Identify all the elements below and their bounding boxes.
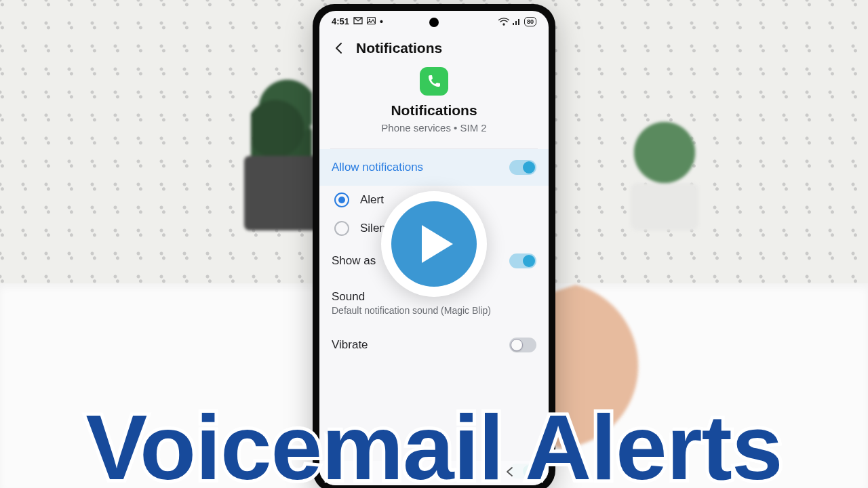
status-time: 4:51 xyxy=(332,16,349,26)
app-subtitle: Phone services • SIM 2 xyxy=(319,122,549,134)
show-as-label: Show as xyxy=(332,254,376,268)
app-title: Notifications xyxy=(319,102,549,119)
sound-label: Sound xyxy=(332,290,491,304)
play-icon xyxy=(391,201,477,287)
vibrate-toggle[interactable] xyxy=(509,338,536,352)
plant-right xyxy=(617,108,712,230)
svg-rect-0 xyxy=(368,18,376,24)
sound-value: Default notification sound (Magic Blip) xyxy=(332,305,491,316)
allow-notifications-row[interactable]: Allow notifications xyxy=(319,149,549,186)
wifi-icon xyxy=(498,18,509,26)
signal-icon xyxy=(512,18,521,26)
alert-radio-label: Alert xyxy=(360,193,384,207)
silent-radio[interactable] xyxy=(334,221,349,236)
battery-indicator: 80 xyxy=(524,17,536,26)
vibrate-label: Vibrate xyxy=(332,338,368,352)
vibrate-row[interactable]: Vibrate xyxy=(319,327,549,363)
back-button[interactable] xyxy=(332,41,347,56)
page-title: Notifications xyxy=(356,40,442,56)
alert-radio[interactable] xyxy=(334,192,349,207)
svg-point-1 xyxy=(369,19,370,20)
gmail-icon xyxy=(353,16,363,26)
thumbnail-caption: Voicemail Alerts xyxy=(0,401,868,488)
more-icon: • xyxy=(380,17,383,26)
app-info-block: Notifications Phone services • SIM 2 xyxy=(319,64,549,143)
gallery-icon xyxy=(367,16,376,26)
allow-notifications-label: Allow notifications xyxy=(332,161,423,174)
phone-app-icon xyxy=(420,67,448,96)
show-as-toggle[interactable] xyxy=(509,253,536,268)
camera-punch-hole xyxy=(429,18,439,27)
page-header: Notifications xyxy=(319,30,549,64)
allow-notifications-toggle[interactable] xyxy=(509,160,536,175)
video-play-button[interactable] xyxy=(381,191,487,297)
